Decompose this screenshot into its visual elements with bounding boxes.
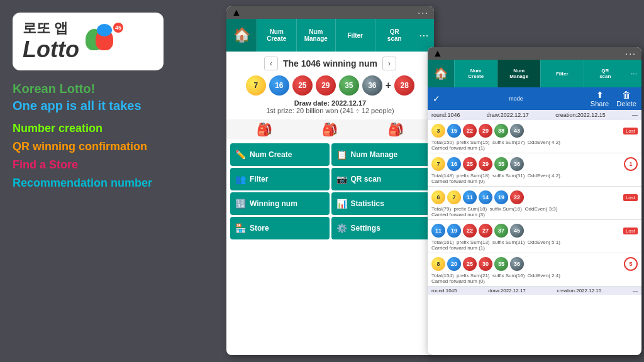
nav-tab-qr[interactable]: QR scan [584,60,627,87]
sm-ball: 35 [494,157,508,171]
balls-line-2: 7 16 25 29 35 36 1 [431,155,638,173]
lost-badge: Lost [623,128,638,134]
sm-ball: 15 [447,124,461,138]
mode-label: mode [509,96,523,102]
carried-4: Carried forward num (1) [431,245,638,251]
nav-tab-num-create[interactable]: Num Create [454,60,497,87]
menu-num-create[interactable]: ✏️ Num Create [230,143,330,166]
sm-ball: 25 [463,157,477,171]
home-icon-front: 🏠 [434,67,448,80]
qr-icon: 📷 [336,174,347,184]
phone-front: ▲ ··· 🏠 Num Create Num Manage Filter QR … [428,47,641,355]
nav-qr-scan[interactable]: QR scan [375,19,414,52]
delete-button[interactable]: 🗑 Delete [616,90,636,107]
sm-ball: 38 [494,124,508,138]
share-button[interactable]: ⬆ Share [591,90,609,107]
nav-num-manage[interactable]: Num Manage [296,19,336,52]
nav-tab-num-manage[interactable]: Num Manage [497,60,541,87]
num-balls-4: 11 19 22 27 37 45 [431,222,524,239]
num-row-5: 8 20 25 30 35 36 5 Total(154) prefix Sum… [428,253,641,287]
sm-ball: 6 [431,190,445,204]
sm-ball: 8 [431,257,445,271]
menu-statistics[interactable]: 📊 Statistics [331,192,431,215]
menu-num-manage[interactable]: 📋 Num Manage [331,143,431,166]
deco-icon-3: 🎒 [388,122,404,137]
store-icon: 🏪 [235,223,246,233]
carried-1: Carried forward num (1) [431,145,638,151]
deco-icon-1: 🎒 [257,122,272,137]
round-info: round:1046 [431,112,460,118]
logo-box: 로또 앱 Lotto 45 [13,13,164,70]
manage-header: 🏠 Num Create Num Manage Filter QR scan ·… [428,60,641,87]
round-title: The 1046 winning num [283,58,377,69]
winning-balls-row: 7 16 25 29 35 36 + 28 [233,75,428,96]
dash-1: — [632,112,638,118]
row-header-1046: round:1046 draw:2022.12.17 creation:2022… [428,110,641,120]
sm-ball: 3 [431,124,445,138]
menu-filter[interactable]: 👥 Filter [230,168,330,190]
num-stats-4: Total(161) prefix Sum(13) suffix Sum(31)… [431,239,638,245]
sm-ball: 22 [463,124,477,138]
num-icon: 🔢 [235,199,246,209]
num-balls-2: 7 16 25 29 35 36 [431,155,524,173]
menu-settings[interactable]: ⚙️ Settings [331,217,431,239]
sm-ball: 7 [447,190,461,204]
num-row-2: 7 16 25 29 35 36 1 Total(148) prefix Sum… [428,153,641,187]
plus-sign: + [386,80,391,91]
home-button-front[interactable]: 🏠 [428,60,454,87]
branding-section: 로또 앱 Lotto 45 Korean Lotto! One app is a… [13,13,208,195]
num-stats-2: Total(148) prefix Sum(18) suffix Sum(31)… [431,173,638,178]
home-icon: 🏠 [233,27,250,43]
filter-icon: 👥 [235,174,246,184]
num-row-1: 3 15 22 29 38 43 Lost Total(150) prefix … [428,120,641,153]
creation-info: creation:2022.12.15 [555,112,606,118]
bonus-ball: 28 [394,75,414,96]
balls-line-5: 8 20 25 30 35 36 5 [431,255,638,273]
bottom-round: round:1045 [431,288,457,293]
nav-num-create[interactable]: Num Create [257,19,296,52]
result-num-badge-5: 5 [624,257,638,271]
draw-info-row: draw:2022.12.17 [487,112,529,118]
settings-icon: ⚙️ [336,223,347,233]
more-button[interactable]: ··· [414,19,434,52]
feature-qr: QR winning confirmation [13,140,208,153]
logo-korean: 로또 앱 [23,20,79,36]
nav-filter[interactable]: Filter [335,19,375,52]
prev-round-button[interactable]: ‹ [264,57,278,70]
action-bar: ✓ mode ⬆ Share 🗑 Delete [428,87,641,110]
carried-3: Carried forward num (3) [431,212,638,217]
num-stats-5: Total(154) prefix Sum(21) suffix Sum(16)… [431,273,638,278]
lost-badge: Lost [623,228,638,234]
action-buttons: ⬆ Share 🗑 Delete [591,90,636,107]
tagline1: Korean Lotto! [13,82,208,96]
sm-ball: 36 [510,157,524,171]
menu-qr-scan[interactable]: 📷 QR scan [331,168,431,190]
app-bar-back: 🏠 Num Create Num Manage Filter QR scan ·… [226,19,434,52]
more-button-front[interactable]: ··· [626,60,641,87]
sm-ball: 19 [447,224,461,238]
feature-store: Find a Store [13,158,208,172]
sm-ball: 45 [510,224,524,238]
next-round-button[interactable]: › [382,57,396,70]
nav-tab-filter[interactable]: Filter [540,60,584,87]
balls-line-1: 3 15 22 29 38 43 Lost [431,122,638,140]
ball-3: 25 [292,75,313,96]
sm-ball: 27 [479,224,492,238]
ball-1: 7 [246,75,266,96]
balls-line-4: 11 19 22 27 37 45 Lost [431,222,638,239]
phone-back: ▲ ··· 🏠 Num Create Num Manage Filter QR … [226,6,434,355]
sm-ball: 22 [463,224,477,238]
menu-store[interactable]: 🏪 Store [230,217,330,239]
main-menu-grid: ✏️ Num Create 📋 Num Manage 👥 Filter 📷 QR… [226,140,434,243]
num-stats-1: Total(150) prefix Sum(15) suffix Sum(27)… [431,140,638,145]
menu-winning-num[interactable]: 🔢 Winning num [230,192,330,215]
ball-4: 29 [316,75,336,96]
carried-2: Carried forward num (0) [431,178,638,184]
bottom-dash: — [633,288,638,293]
draw-info: Draw date: 2022.12.17 1st prize: 20 bill… [233,99,428,114]
pencil-icon: ✏️ [235,150,246,160]
home-button[interactable]: 🏠 [226,19,257,52]
sm-ball: 36 [510,257,524,271]
logo-icon: 45 [86,23,123,60]
lost-badge: Lost [623,194,638,201]
